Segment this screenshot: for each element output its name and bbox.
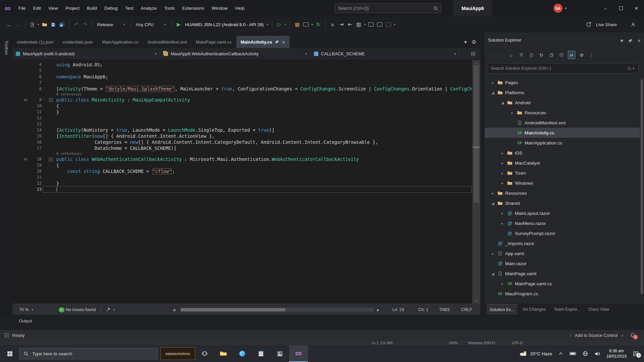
tree-collapsed-icon[interactable]: ▸ [509,111,516,115]
undo-icon[interactable]: ↶ [72,20,81,29]
chevron-down-icon[interactable]: ▾ [311,23,313,26]
tree-item-ios[interactable]: ▸iOS [485,148,640,158]
breadcrumb-dropdown-2[interactable]: CALLBACK_SCHEME▾ [311,48,460,60]
tree-item-mainpage-xaml[interactable]: ◢MainPage.xaml [485,268,640,279]
tab-androidmanifest-xml[interactable]: AndroidManifest.xml [143,36,192,48]
window-position-caret-icon[interactable]: ▾ [621,38,623,44]
split-window-icon[interactable] [471,48,480,60]
notepad-app-icon[interactable] [252,345,270,362]
menu-item-debug[interactable]: Debug [101,6,121,11]
tree-item-shared[interactable]: ◢Shared [485,198,640,208]
breadcrumb-dropdown-1[interactable]: MauiApp6.WebAuthenticationCallbackActivi… [160,48,311,60]
pin-icon[interactable] [275,40,279,44]
properties-wrench-icon[interactable]: ⚙ [578,51,585,59]
close-icon[interactable]: × [638,38,641,44]
menu-item-analyze[interactable]: Analyze [137,6,161,11]
performance-profiler-icon[interactable] [302,20,310,29]
pinned-app-sepiasolutions[interactable]: sepiasolutions [160,347,195,360]
taskbar-search-box[interactable]: Type here to search [19,348,158,359]
panel-splitter[interactable] [480,33,485,315]
minimize-button[interactable]: – [598,0,613,16]
redo-icon[interactable]: ↷ [81,20,90,29]
chevron-down-icon[interactable]: ▾ [394,23,395,26]
refresh-icon[interactable]: ↻ [538,51,545,59]
output-panel-title[interactable]: Output [19,318,32,323]
task-view-icon[interactable] [195,345,214,362]
solution-explorer-search[interactable]: Search Solution Explorer (Ctrl+;) ▾ [487,63,639,73]
tree-item-mainapplication-cs[interactable]: C#MainApplication.cs [485,138,640,148]
device-log-icon[interactable] [384,20,393,29]
code-cleanup-icon[interactable] [106,307,110,312]
collapse-region-icon[interactable]: − [49,158,53,161]
hot-reload-icon[interactable]: ↻ [314,20,323,29]
tree-collapsed-icon[interactable]: ▸ [489,252,496,255]
tree-item-tizen[interactable]: ▸Tizen [485,168,640,178]
tree-expanded-icon[interactable]: ◢ [489,201,496,205]
tree-collapsed-icon[interactable]: ▸ [499,171,506,175]
new-item-caret-icon[interactable]: ▾ [38,23,39,26]
quick-search-box[interactable]: Search (Ctrl+Q) [335,3,441,13]
show-all-files-icon[interactable] [548,51,555,59]
tool-tab-team-explor[interactable]: Team Explor... [551,304,583,314]
menu-item-tools[interactable]: Tools [161,6,179,11]
menu-item-project[interactable]: Project [62,6,83,11]
editor-horizontal-scrollbar[interactable] [180,308,374,312]
navigate-back-icon[interactable]: ← [5,20,13,29]
menu-item-extensions[interactable]: Extensions [178,6,208,11]
tab-mainpage-xaml-cs[interactable]: MainPage.xaml.cs [192,36,236,48]
output-panel[interactable]: Output [0,315,644,330]
weather-widget[interactable]: 20°C Haze [519,351,552,357]
scroll-right-icon[interactable]: ▶ [377,304,380,315]
save-icon[interactable] [49,20,58,29]
live-share-icon[interactable] [584,20,593,29]
feedback-icon[interactable] [629,20,637,29]
tree-item-platforms[interactable]: ◢Platforms [485,87,640,98]
chevron-down-icon[interactable]: ▾ [364,23,366,26]
account-caret-icon[interactable]: ▾ [565,6,567,10]
open-folder-icon[interactable] [40,20,49,29]
menu-item-view[interactable]: View [45,6,62,11]
save-all-icon[interactable] [58,20,66,29]
collapse-region-icon[interactable]: − [49,98,53,102]
tool-tab-solution-ex[interactable]: Solution Ex... [487,304,518,315]
solution-platform-select[interactable]: Any CPU▾ [134,20,169,29]
tab-list-caret-icon[interactable]: ▾ [464,39,467,45]
tool-tab-git-changes[interactable]: Git Changes [520,304,549,314]
tree-item-app-xaml[interactable]: ▸App.xaml [485,248,640,258]
device-monitor2-icon[interactable] [375,20,384,29]
tray-chevron-up-icon[interactable] [558,351,563,356]
edge-browser-icon[interactable] [233,345,252,362]
menu-item-file[interactable]: File [15,6,30,11]
tree-item-mainpage-xaml-cs[interactable]: ▸C#MainPage.xaml.cs [485,279,640,289]
menu-item-window[interactable]: Window [208,6,231,11]
tree-item-maccatalyst[interactable]: ▸MacCatalyst [485,158,640,168]
scrollbar-thumb[interactable] [474,65,479,203]
tree-item-androidmanifest-xml[interactable]: AndroidManifest.xml [485,118,640,128]
se-back-icon[interactable]: ← [487,51,495,59]
tree-expanded-icon[interactable]: ◢ [489,272,496,276]
tool-tab-class-view[interactable]: Class View [585,304,612,314]
tree-collapsed-icon[interactable]: ▸ [499,222,506,225]
pin-icon[interactable] [628,39,633,43]
codelens-references[interactable]: 0 references [56,92,82,97]
chevron-down-icon[interactable]: ▾ [633,67,634,70]
home-icon[interactable]: ⌂ [507,51,515,59]
start-debugging-icon[interactable]: ▶ [174,20,183,29]
pending-changes-icon[interactable] [528,51,535,59]
new-item-icon[interactable] [28,20,37,29]
outdent-icon[interactable]: ⇤ [346,20,355,29]
run-target-caret-icon[interactable]: ▾ [267,23,268,26]
menu-item-test[interactable]: Test [121,6,137,11]
tree-expanded-icon[interactable]: ◢ [499,101,506,105]
tree-item-mainlayout-razor[interactable]: ▸@MainLayout.razor [485,208,640,218]
tree-collapsed-icon[interactable]: ▸ [489,81,496,84]
tree-item-surveyprompt-razor[interactable]: @SurveyPrompt.razor [485,228,640,238]
battery-icon[interactable] [570,352,576,356]
tab-options-gear-icon[interactable]: ⚙ [472,39,476,45]
account-avatar[interactable]: SA [553,4,562,13]
tab-credentials-1-json[interactable]: credentials (1).json [12,36,58,48]
navigate-forward-icon[interactable]: → [13,20,22,29]
filter-icon[interactable] [518,51,525,59]
tree-collapsed-icon[interactable]: ▸ [499,282,506,286]
scrollbar-thumb[interactable] [181,308,285,311]
